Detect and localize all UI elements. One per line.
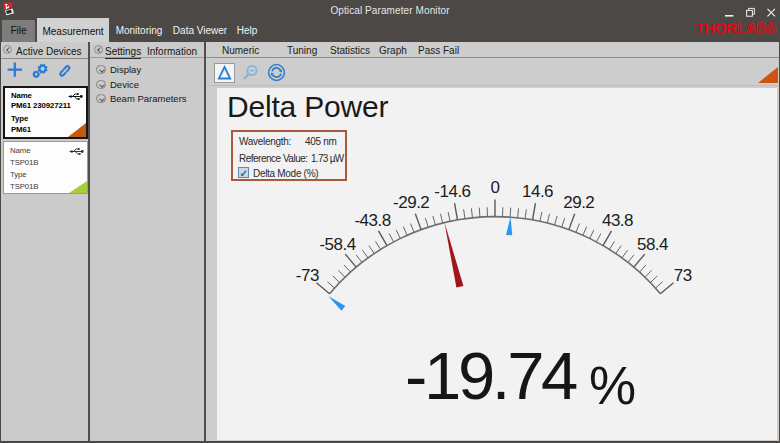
svg-text:0: 0 <box>491 178 500 197</box>
svg-text:-14.6: -14.6 <box>434 181 470 200</box>
svg-text:14.6: 14.6 <box>522 181 553 200</box>
svg-text:-58.4: -58.4 <box>319 235 355 254</box>
svg-text:43.8: 43.8 <box>602 210 633 229</box>
svg-text:-43.8: -43.8 <box>354 210 390 229</box>
svg-text:-73: -73 <box>296 265 319 284</box>
svg-text:29.2: 29.2 <box>563 192 594 211</box>
svg-text:58.4: 58.4 <box>637 235 668 254</box>
svg-text:73: 73 <box>674 265 692 284</box>
svg-text:-29.2: -29.2 <box>393 192 429 211</box>
